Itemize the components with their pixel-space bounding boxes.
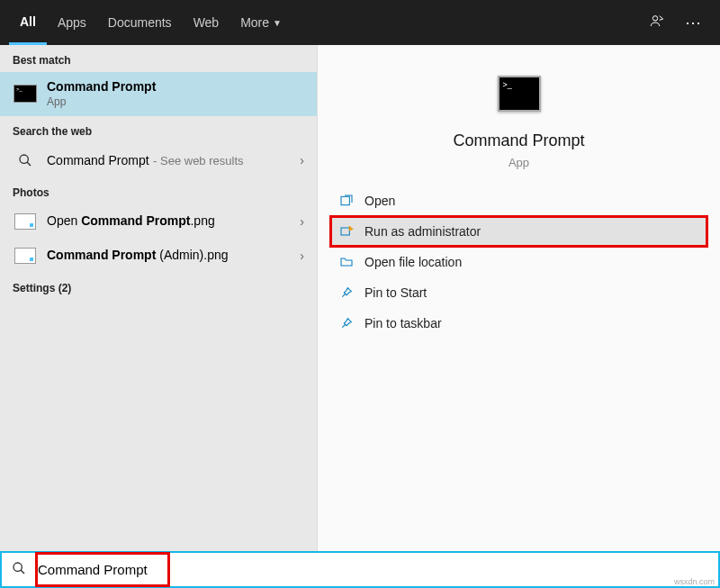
image-file-icon <box>13 212 38 231</box>
tab-all[interactable]: All <box>9 0 47 45</box>
folder-icon <box>336 255 357 269</box>
feedback-icon[interactable] <box>639 14 675 32</box>
detail-title: Command Prompt <box>327 131 711 150</box>
svg-rect-3 <box>341 228 349 235</box>
chevron-right-icon: › <box>300 153 304 167</box>
more-options-icon[interactable]: ⋯ <box>675 13 711 32</box>
tab-documents[interactable]: Documents <box>97 0 183 45</box>
search-bar[interactable] <box>0 551 720 588</box>
result-best-command-prompt[interactable]: Command Prompt App <box>0 72 317 116</box>
filter-tabbar: All Apps Documents Web More▼ ⋯ <box>0 0 720 45</box>
tab-more[interactable]: More▼ <box>230 0 292 45</box>
action-open[interactable]: Open <box>330 185 707 216</box>
tab-apps[interactable]: Apps <box>47 0 97 45</box>
action-run-as-administrator[interactable]: Run as administrator <box>330 216 707 247</box>
chevron-right-icon: › <box>300 214 304 229</box>
chevron-down-icon: ▼ <box>273 18 282 28</box>
search-input[interactable] <box>38 562 164 577</box>
shield-run-icon <box>336 224 357 239</box>
svg-rect-2 <box>341 196 349 204</box>
section-best-match: Best match <box>0 45 317 72</box>
section-search-web: Search the web <box>0 116 317 143</box>
detail-subtitle: App <box>327 156 711 169</box>
search-results-panel: Best match Command Prompt App Search the… <box>0 45 720 551</box>
result-photo-admin[interactable]: Command Prompt (Admin).png › <box>0 239 317 273</box>
action-pin-to-start[interactable]: Pin to Start <box>330 277 707 308</box>
pin-icon <box>336 285 357 300</box>
section-settings[interactable]: Settings (2) <box>0 273 317 300</box>
action-open-file-location[interactable]: Open file location <box>330 247 707 277</box>
svg-point-1 <box>20 155 28 163</box>
action-pin-to-taskbar[interactable]: Pin to taskbar <box>330 308 707 339</box>
svg-point-0 <box>652 15 657 20</box>
chevron-right-icon: › <box>300 249 304 263</box>
tab-web[interactable]: Web <box>183 0 230 45</box>
pin-icon <box>336 316 357 330</box>
svg-point-4 <box>14 563 22 571</box>
open-icon <box>336 194 357 208</box>
image-file-icon <box>13 246 38 266</box>
section-photos: Photos <box>0 177 317 204</box>
command-prompt-icon <box>13 84 38 104</box>
command-prompt-icon <box>498 76 541 112</box>
watermark: wsxdn.com <box>674 577 715 586</box>
search-icon <box>2 561 36 579</box>
result-photo-open[interactable]: Open Command Prompt.png › <box>0 204 317 239</box>
search-icon <box>13 150 38 170</box>
results-list: Best match Command Prompt App Search the… <box>0 45 317 551</box>
result-web-command-prompt[interactable]: Command Prompt - See web results › <box>0 143 317 177</box>
result-detail-pane: Command Prompt App Open Run as administr… <box>317 45 720 551</box>
